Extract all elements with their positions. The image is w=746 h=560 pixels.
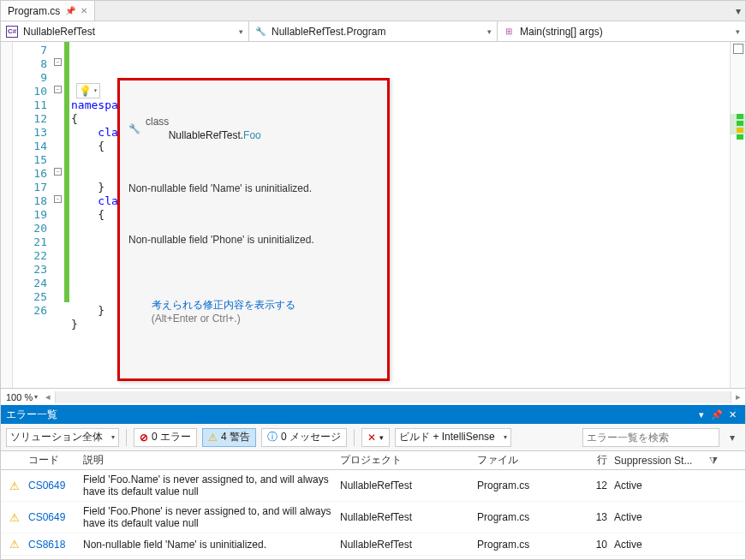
horizontal-scrollbar[interactable] — [55, 391, 731, 403]
code-area[interactable]: namespace NullableRefTest{ class Foo { p… — [69, 42, 730, 388]
messages-filter-button[interactable]: ⓘ 0 メッセージ — [261, 428, 347, 447]
col-project[interactable]: プロジェクト — [337, 453, 474, 468]
type-combo-text: NullableRefTest.Program — [272, 26, 385, 38]
scope-combo[interactable]: ソリューション全体 ▾ — [6, 428, 119, 447]
error-code-link[interactable]: CS0649 — [28, 511, 65, 523]
error-code-link[interactable]: CS8618 — [28, 539, 65, 551]
indicator-margin — [1, 42, 13, 388]
col-description[interactable]: 説明 — [80, 453, 337, 468]
error-suppression: Active — [611, 480, 705, 491]
navigation-bar: C# NullableRefTest ▾ 🔧 NullableRefTest.P… — [1, 21, 745, 42]
project-combo-text: NullableRefTest — [23, 26, 95, 38]
error-line: 10 — [576, 539, 611, 551]
col-suppression[interactable]: Suppression St... — [611, 455, 705, 467]
method-icon: ⊞ — [503, 26, 515, 38]
info-icon: ⓘ — [267, 430, 278, 444]
error-file: Program.cs — [474, 480, 576, 491]
col-code[interactable]: コード — [25, 453, 80, 468]
tooltip-diagnostic: Non-nullable field 'Name' is uninitializ… — [128, 182, 379, 195]
error-file: Program.cs — [474, 511, 576, 523]
overview-ruler[interactable] — [730, 42, 745, 388]
source-combo[interactable]: ビルド + IntelliSense ▾ — [395, 428, 511, 447]
error-project: NullableRefTest — [337, 511, 474, 523]
chevron-down-icon: ▾ — [93, 84, 98, 98]
messages-count: 0 メッセージ — [281, 430, 341, 444]
editor-status-bar: 100 % ▾ ◂ ▸ — [1, 388, 745, 405]
error-grid-header[interactable]: コード 説明 プロジェクト ファイル 行 Suppression St... ⧩ — [1, 451, 745, 470]
document-tab-bar: Program.cs 📌 ✕ ▾ — [1, 1, 745, 21]
warning-icon: ⚠ — [9, 511, 20, 524]
close-icon[interactable]: ✕ — [81, 6, 87, 15]
chevron-down-icon: ▾ — [736, 27, 740, 36]
warning-icon: ⚠ — [208, 432, 218, 444]
chevron-down-icon: ▾ — [504, 433, 507, 441]
chevron-down-icon: ▾ — [239, 27, 243, 36]
error-row[interactable]: ⚠CS0649Field 'Foo.Name' is never assigne… — [1, 470, 745, 502]
project-combo[interactable]: C# NullableRefTest ▾ — [1, 21, 249, 41]
csharp-icon: C# — [6, 26, 18, 38]
line-number-gutter: 7891011121314151617181920212223242526 — [13, 42, 52, 388]
error-search-box[interactable] — [582, 428, 719, 447]
code-editor[interactable]: 7891011121314151617181920212223242526 --… — [1, 42, 745, 388]
pin-icon[interactable]: 📌 — [65, 6, 75, 15]
quickinfo-tooltip: 🔧 class NullableRefTest.Foo Non-nullable… — [117, 78, 390, 381]
tab-overflow-dropdown[interactable]: ▾ — [731, 5, 745, 17]
error-description: Field 'Foo.Phone' is never assigned to, … — [80, 505, 337, 529]
error-row[interactable]: ⚠CS0649Field 'Foo.Phone' is never assign… — [1, 502, 745, 533]
clear-filters-button[interactable]: ✕▾ — [361, 428, 390, 447]
error-line: 12 — [576, 480, 611, 491]
errors-filter-button[interactable]: ⊘ 0 エラー — [134, 428, 197, 447]
error-list-titlebar[interactable]: エラー一覧 ▾ 📌 ✕ — [1, 405, 745, 424]
tooltip-diagnostic: Non-nullable field 'Phone' is uninitiali… — [128, 233, 379, 247]
close-icon[interactable]: ✕ — [725, 409, 740, 420]
warnings-count: 4 警告 — [221, 430, 250, 444]
tooltip-typename: Foo — [243, 129, 261, 141]
clear-filter-icon: ✕ — [367, 432, 376, 444]
chevron-down-icon: ▾ — [487, 27, 492, 36]
member-combo-text: Main(string[] args) — [520, 26, 603, 38]
zoom-combo[interactable]: 100 % ▾ — [1, 392, 41, 402]
scroll-right-button[interactable]: ▸ — [731, 391, 745, 402]
class-icon: 🔧 — [128, 122, 140, 135]
pin-icon[interactable]: 📌 — [709, 409, 725, 420]
chevron-down-icon: ▾ — [111, 433, 115, 441]
tab-title: Program.cs — [8, 5, 60, 17]
warnings-filter-button[interactable]: ⚠ 4 警告 — [202, 428, 256, 447]
class-icon: 🔧 — [254, 26, 266, 38]
filter-icon[interactable]: ⧩ — [705, 455, 722, 467]
error-row[interactable]: ⚠CS8618Non-nullable field 'Phone' is uni… — [1, 556, 745, 560]
error-search-input[interactable] — [582, 428, 719, 447]
error-line: 13 — [576, 511, 611, 523]
error-suppression: Active — [611, 539, 705, 551]
tooltip-qualifier: NullableRefTest. — [169, 129, 243, 141]
error-code-link[interactable]: CS0649 — [28, 480, 65, 491]
col-line[interactable]: 行 — [576, 453, 611, 468]
error-project: NullableRefTest — [337, 480, 474, 491]
lightbulb-button[interactable]: 💡 ▾ — [76, 83, 100, 98]
document-tab[interactable]: Program.cs 📌 ✕ — [1, 1, 95, 21]
warning-icon: ⚠ — [9, 538, 20, 551]
error-icon: ⊘ — [140, 432, 148, 444]
window-menu-icon[interactable]: ▾ — [694, 409, 709, 420]
error-description: Field 'Foo.Name' is never assigned to, a… — [80, 474, 337, 497]
member-combo[interactable]: ⊞ Main(string[] args) ▾ — [498, 21, 745, 41]
lightbulb-icon: 💡 — [79, 84, 92, 98]
error-file: Program.cs — [474, 539, 576, 551]
scroll-left-button[interactable]: ◂ — [41, 391, 55, 402]
error-row[interactable]: ⚠CS8618Non-nullable field 'Name' is unin… — [1, 533, 745, 556]
error-grid-body[interactable]: ⚠CS0649Field 'Foo.Name' is never assigne… — [1, 470, 745, 560]
source-text: ビルド + IntelliSense — [399, 430, 495, 444]
type-combo[interactable]: 🔧 NullableRefTest.Program ▾ — [249, 21, 498, 41]
outlining-margin[interactable]: ---- — [52, 42, 64, 388]
search-dropdown-icon[interactable]: ▾ — [725, 432, 740, 444]
col-file[interactable]: ファイル — [474, 453, 576, 468]
scope-text: ソリューション全体 — [10, 430, 103, 444]
show-fixes-link[interactable]: 考えられる修正内容を表示する — [152, 299, 295, 311]
chevron-down-icon: ▾ — [34, 393, 38, 401]
zoom-value: 100 % — [6, 392, 33, 402]
tooltip-kind: class — [146, 116, 169, 128]
split-editor-icon[interactable] — [733, 44, 743, 54]
error-project: NullableRefTest — [337, 539, 474, 551]
errors-count: 0 エラー — [152, 430, 191, 444]
error-list-toolbar: ソリューション全体 ▾ ⊘ 0 エラー ⚠ 4 警告 ⓘ 0 メッセージ ✕▾ … — [1, 424, 745, 451]
